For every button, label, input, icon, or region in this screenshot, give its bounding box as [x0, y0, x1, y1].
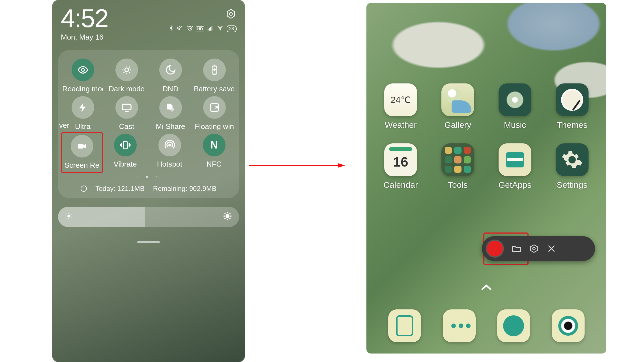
qs-tile-dnd[interactable]: DND [149, 59, 192, 93]
qs-label: Reading mode [62, 85, 103, 93]
eye-icon [72, 59, 94, 81]
qs-tile-floating-window[interactable]: Floating win [193, 96, 236, 131]
settings-hex-icon[interactable] [226, 8, 236, 19]
svg-rect-5 [210, 27, 211, 31]
qs-tile-hotspot[interactable]: Hotspot [149, 134, 191, 171]
svg-point-7 [220, 29, 221, 30]
dock [366, 309, 606, 342]
getapps-icon [499, 143, 531, 176]
app-label: GetApps [499, 180, 532, 190]
battery-indicator: 28 [227, 25, 236, 32]
app-label: Settings [557, 180, 587, 190]
screen-recorder-toolbar[interactable] [482, 236, 595, 261]
tutorial-image: 4:52 Mon, May 16 [0, 0, 644, 362]
data-today-value: 121.1MB [117, 185, 145, 192]
floating-window-icon [203, 96, 226, 119]
qs-label: Floating win [195, 122, 234, 131]
qs-label: Dark mode [109, 85, 145, 93]
date: Mon, May 16 [61, 33, 108, 42]
clock: 4:52 [61, 6, 108, 31]
data-remaining-value: 902.9MB [189, 185, 216, 192]
svg-rect-4 [209, 28, 210, 31]
nfc-icon: N [203, 134, 226, 156]
close-icon[interactable] [546, 244, 557, 254]
vibrate-icon [114, 134, 137, 156]
svg-marker-19 [338, 163, 345, 168]
brightness-slider[interactable] [58, 207, 239, 227]
bolt-icon [72, 96, 94, 119]
drag-handle[interactable] [137, 241, 160, 243]
globe-icon [81, 186, 87, 192]
qs-tile-vibrate[interactable]: Vibrate [104, 134, 147, 171]
app-settings[interactable]: Settings [546, 143, 598, 190]
app-grid: 24℃ Weather Gallery Music Themes [375, 83, 598, 190]
data-usage-row[interactable]: Today: 121.1MB Remaining: 902.9MB [61, 185, 236, 193]
qs-tile-nfc[interactable]: N NFC [193, 134, 235, 171]
status-bar: 4:52 Mon, May 16 [58, 0, 239, 42]
brightness-high-icon [223, 211, 232, 223]
themes-icon [556, 83, 589, 116]
alarm-icon [186, 25, 193, 33]
svg-rect-14 [123, 141, 127, 149]
dock-phone-icon[interactable] [388, 309, 421, 342]
app-themes[interactable]: Themes [546, 83, 598, 130]
qs-label: Mi Share [156, 122, 185, 131]
dark-mode-icon [115, 59, 138, 81]
svg-rect-11 [123, 104, 131, 110]
dock-messages-icon[interactable] [443, 309, 476, 342]
signal-icon [207, 25, 214, 33]
data-today-label: Today: [95, 185, 115, 192]
cast-icon [115, 96, 138, 119]
video-camera-icon [71, 135, 93, 158]
qs-tile-battery-saver[interactable]: Battery saver [193, 59, 236, 93]
app-label: Tools [448, 180, 468, 190]
qs-label: Hotspot [157, 160, 183, 169]
calendar-icon: 16 [384, 143, 417, 176]
svg-point-15 [169, 144, 171, 146]
battery-plus-icon [203, 59, 226, 81]
svg-rect-6 [212, 26, 212, 31]
settings-gear-icon [556, 143, 589, 176]
phone-control-center: 4:52 Mon, May 16 [52, 0, 245, 362]
svg-rect-13 [78, 144, 83, 149]
qs-label: Cast [119, 122, 134, 131]
record-button[interactable] [486, 240, 504, 258]
qs-tile-dark-mode[interactable]: Dark mode [106, 59, 148, 93]
dock-camera-icon[interactable] [552, 309, 585, 342]
app-gallery[interactable]: Gallery [432, 83, 484, 130]
qs-tile-cast[interactable]: Cast [106, 96, 148, 131]
bluetooth-icon [168, 24, 174, 33]
qs-label: DND [162, 85, 178, 93]
settings-hex-icon[interactable] [529, 244, 539, 254]
qs-label: Screen Re [65, 161, 99, 170]
chevron-up-icon[interactable] [480, 281, 493, 294]
moon-icon [159, 59, 182, 81]
status-icons-cluster: HD 28 [168, 24, 236, 33]
weather-icon: 24℃ [384, 83, 417, 116]
svg-point-8 [81, 68, 84, 71]
app-label: Gallery [444, 120, 471, 130]
qs-label-partial: ver [59, 121, 69, 130]
svg-point-21 [533, 247, 535, 250]
hotspot-icon [158, 134, 181, 156]
data-remaining-label: Remaining: [153, 185, 187, 192]
qs-tile-mi-share[interactable]: Mi Share [149, 96, 192, 131]
app-tools-folder[interactable]: Tools [432, 143, 484, 190]
app-calendar[interactable]: 16 Calendar [375, 143, 426, 190]
svg-point-1 [229, 12, 232, 15]
qs-tile-reading-mode[interactable]: Reading mode [62, 59, 104, 93]
app-getapps[interactable]: GetApps [489, 143, 541, 190]
app-weather[interactable]: 24℃ Weather [375, 83, 426, 130]
quick-settings-panel: Reading mode Dark mode DND [58, 50, 239, 198]
arrow-annotation [249, 163, 345, 168]
dock-browser-icon[interactable] [497, 309, 530, 342]
app-music[interactable]: Music [489, 83, 541, 130]
app-label: Weather [385, 120, 417, 130]
qs-tile-screen-recorder[interactable]: Screen Re [61, 132, 103, 173]
svg-marker-20 [531, 245, 537, 253]
mi-share-icon [159, 96, 182, 119]
folder-icon[interactable] [511, 244, 521, 254]
svg-point-17 [226, 214, 229, 218]
brightness-low-icon [65, 212, 73, 222]
tools-folder-icon [441, 143, 474, 176]
